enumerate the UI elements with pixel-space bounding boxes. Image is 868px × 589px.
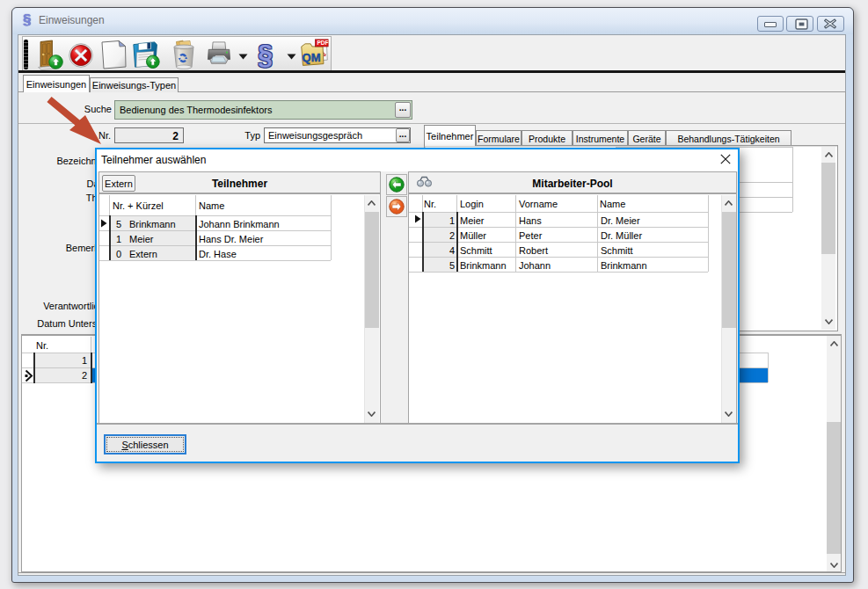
svg-text:PDF: PDF bbox=[317, 40, 329, 46]
svg-text:QM: QM bbox=[303, 51, 321, 64]
